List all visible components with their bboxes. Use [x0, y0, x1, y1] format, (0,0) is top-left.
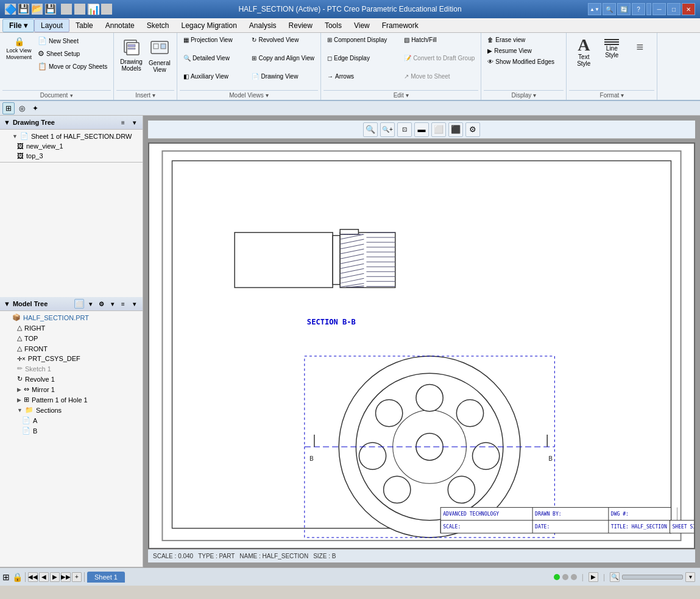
- menu-review[interactable]: Review: [283, 19, 319, 32]
- extra-mode-button[interactable]: ✦: [29, 102, 41, 114]
- zoom-fit-button[interactable]: ⊡: [397, 122, 412, 137]
- model-tree-front[interactable]: △ FRONT: [0, 343, 143, 354]
- menu-table[interactable]: Table: [69, 19, 99, 32]
- format-extra-button[interactable]: ≡: [626, 35, 653, 55]
- hatch-fill-button[interactable]: ▧ Hatch/Fill: [401, 35, 477, 44]
- zoom-slider[interactable]: [622, 575, 683, 580]
- arrows-button[interactable]: → Arrows: [325, 72, 400, 81]
- new-sheet-button[interactable]: 📄 New Sheet: [35, 35, 110, 46]
- menu-tools[interactable]: Tools: [319, 19, 348, 32]
- help-refresh-btn[interactable]: 🔄: [617, 3, 631, 15]
- lock-view-button[interactable]: 🔒 Lock ViewMovement: [4, 35, 34, 62]
- drawing-tree-controls[interactable]: ≡ ▾: [118, 117, 139, 127]
- document-group-expand[interactable]: ▾: [70, 93, 73, 99]
- model-tree-sections[interactable]: ▼ 📁 Sections: [0, 405, 143, 415]
- model-tree-right[interactable]: △ RIGHT: [0, 323, 143, 333]
- zoom-out-button[interactable]: 🔍: [363, 122, 378, 137]
- menu-analysis[interactable]: Analysis: [243, 19, 283, 32]
- copy-align-view-button[interactable]: ⊞ Copy and Align View: [249, 54, 317, 63]
- model-tree-ctrl4[interactable]: ▾: [107, 299, 117, 309]
- model-tree-section-b[interactable]: 📄 B: [0, 426, 143, 436]
- title-text: TITLE: HALF_SECTION: [611, 524, 667, 530]
- erase-view-button[interactable]: 🗑 Erase view: [485, 35, 528, 44]
- drawing-models-button[interactable]: DrawingModels: [118, 35, 145, 73]
- edge-display-button[interactable]: ◻ Edge Display: [325, 54, 400, 63]
- search-btn[interactable]: 🔍: [603, 3, 616, 15]
- scroll-up-btn[interactable]: ▲▼: [588, 3, 601, 15]
- mirror1-expand[interactable]: ▶: [17, 387, 21, 393]
- menu-annotate[interactable]: Annotate: [99, 19, 141, 32]
- minimize-btn[interactable]: ─: [652, 3, 666, 15]
- revolved-view-button[interactable]: ↻ Revolved View: [249, 35, 317, 44]
- menu-view[interactable]: View: [348, 19, 376, 32]
- maximize-btn[interactable]: □: [667, 3, 681, 15]
- model-tree-controls[interactable]: ⬜ ▾ ⚙ ▾ ≡ ▾: [74, 299, 139, 309]
- nav-first-btn[interactable]: ◀◀: [28, 572, 38, 582]
- nav-last-btn[interactable]: ▶▶: [61, 572, 71, 582]
- sheet-setup-button[interactable]: ⚙ Sheet Setup: [35, 48, 110, 59]
- model-tree-mirror1[interactable]: ▶ ⇔ Mirror 1: [0, 384, 143, 394]
- pattern1-expand[interactable]: ▶: [17, 397, 21, 403]
- general-view-button[interactable]: GeneralView: [146, 35, 173, 74]
- line-style-button[interactable]: LineStyle: [598, 35, 625, 60]
- model-tree-pattern1[interactable]: ▶ ⊞ Pattern 1 of Hole 1: [0, 394, 143, 405]
- drawing-tree-ctrl2[interactable]: ▾: [129, 117, 139, 127]
- projection-view-button[interactable]: ▦ Projection View: [181, 35, 249, 44]
- bottom-icon1[interactable]: ⊞: [2, 572, 10, 582]
- drawing-tree-new-view[interactable]: 🖼 new_view_1: [0, 141, 143, 151]
- sections-expand[interactable]: ▼: [17, 407, 23, 413]
- drawing-view-button[interactable]: 📄 Drawing View: [249, 72, 317, 81]
- resume-view-button[interactable]: ▶ Resume View: [485, 46, 534, 55]
- sheet1-expand[interactable]: ▼: [12, 133, 18, 139]
- view-normal-button[interactable]: ▬: [414, 122, 429, 137]
- menu-layout[interactable]: Layout: [34, 19, 69, 32]
- zoom-in-button[interactable]: 🔍+: [380, 122, 395, 137]
- detailed-view-label: Detailed View: [193, 55, 230, 61]
- model-tree-sketch1[interactable]: ✏ Sketch 1: [0, 363, 143, 374]
- model-tree-section-a[interactable]: 📄 A: [0, 415, 143, 426]
- view-mode-button[interactable]: ⊞: [2, 102, 15, 114]
- move-to-sheet-button[interactable]: ↗ Move to Sheet: [401, 72, 477, 81]
- window-controls[interactable]: ▲▼ 🔍 🔄 ? ─ □ ✕: [588, 3, 695, 15]
- nav-next-btn[interactable]: ▶: [50, 572, 60, 582]
- menu-framework[interactable]: Framework: [376, 19, 425, 32]
- move-copy-sheets-button[interactable]: 📋 Move or Copy Sheets: [35, 61, 110, 72]
- model-tree-top[interactable]: △ TOP: [0, 333, 143, 343]
- convert-draft-button[interactable]: 📝 Convert to Draft Group: [401, 54, 477, 63]
- close-btn[interactable]: ✕: [682, 3, 695, 15]
- bottom-icon2[interactable]: 🔒: [12, 572, 23, 582]
- model-tree-ctrl6[interactable]: ▾: [129, 299, 139, 309]
- sheet1-tab[interactable]: Sheet 1: [87, 572, 125, 583]
- help-btn[interactable]: ?: [632, 3, 645, 15]
- model-tree-prt-csys[interactable]: ✛× PRT_CSYS_DEF: [0, 354, 143, 363]
- show-modified-edges-button[interactable]: 👁 Show Modified Edges: [485, 57, 557, 66]
- bottom-nav1[interactable]: ▶: [589, 572, 598, 582]
- model-tree-ctrl3[interactable]: ⚙: [96, 299, 106, 309]
- component-display-button[interactable]: ⊞ Component Display: [325, 35, 400, 44]
- model-tree-ctrl5[interactable]: ≡: [118, 299, 128, 309]
- nav-add-btn[interactable]: +: [72, 572, 82, 582]
- menu-file[interactable]: File ▾: [2, 19, 34, 32]
- menu-legacy-migration[interactable]: Legacy Migration: [175, 19, 242, 32]
- model-tree-half-section[interactable]: 📦 HALF_SECTION.PRT: [0, 312, 143, 323]
- view-settings-button[interactable]: ⚙: [465, 122, 480, 137]
- text-style-button[interactable]: A TextStyle: [570, 35, 597, 68]
- nav-prev-btn[interactable]: ◀: [39, 572, 49, 582]
- view-frame-button[interactable]: ⬜: [431, 122, 446, 137]
- move-mode-button[interactable]: ◎: [16, 102, 28, 114]
- drawing-tree-ctrl1[interactable]: ≡: [118, 117, 128, 127]
- canvas-wrapper[interactable]: SECTION B-B: [148, 142, 695, 549]
- drawing-tree-top3[interactable]: 🖼 top_3: [0, 151, 143, 161]
- model-tree-revolve1[interactable]: ↻ Revolve 1: [0, 374, 143, 384]
- model-tree-header[interactable]: ▼ Model Tree ⬜ ▾ ⚙ ▾ ≡ ▾: [0, 297, 143, 311]
- detailed-view-button[interactable]: 🔍 Detailed View: [181, 54, 249, 63]
- bottom-search-btn[interactable]: 🔍: [610, 572, 620, 582]
- view-grid-button[interactable]: ⬛: [448, 122, 463, 137]
- menu-sketch[interactable]: Sketch: [141, 19, 175, 32]
- auxiliary-view-button[interactable]: ◧ Auxiliary View: [181, 72, 249, 81]
- model-tree-ctrl2[interactable]: ▾: [85, 299, 95, 309]
- model-tree-ctrl1[interactable]: ⬜: [74, 299, 84, 309]
- drawing-tree-sheet1[interactable]: ▼ 📄 Sheet 1 of HALF_SECTION.DRW: [0, 131, 143, 141]
- bottom-dropdown-btn[interactable]: ▾: [685, 572, 695, 582]
- drawing-tree-header[interactable]: ▼ Drawing Tree ≡ ▾: [0, 116, 143, 130]
